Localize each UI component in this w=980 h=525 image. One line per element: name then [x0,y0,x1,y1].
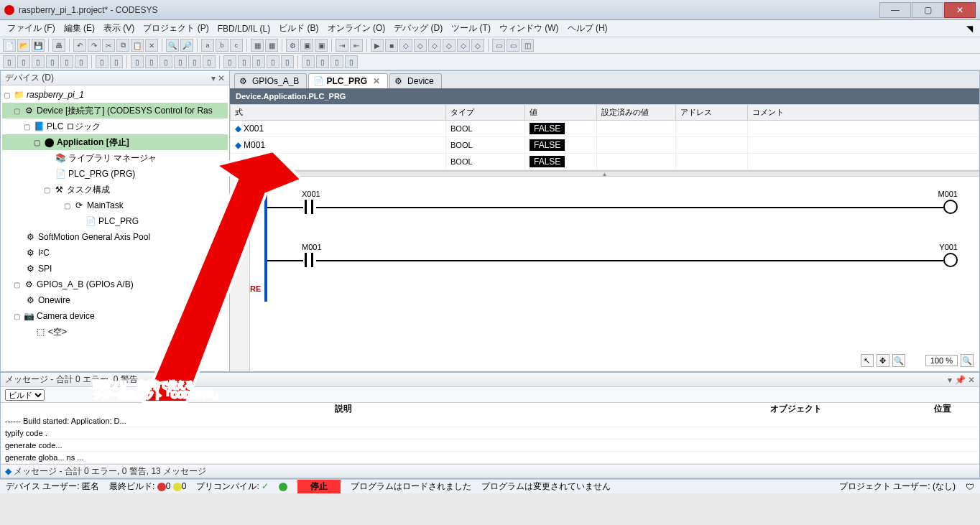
tree-gpios[interactable]: ▢⚙GPIOs_A_B (GPIOs A/B) [2,277,228,292]
var-col-prepared[interactable]: 設定済みの値 [597,105,676,121]
var-col-type[interactable]: タイプ [446,105,525,121]
tb-stop-icon[interactable]: ■ [385,39,398,52]
tb-d4-icon[interactable]: ◇ [443,39,456,52]
var-col-value[interactable]: 値 [525,105,597,121]
tab-gpios[interactable]: ⚙GPIOs_A_B [234,73,307,88]
tb-paste-icon[interactable]: 📋 [131,39,144,52]
tb2-c-icon[interactable]: ▯ [32,55,45,68]
tree-maintask[interactable]: ▢⟳MainTask [2,198,228,213]
tb2-l-icon[interactable]: ▯ [174,55,187,68]
tree-onewire[interactable]: ⚙Onewire [2,292,228,308]
tb-new-icon[interactable]: 📄 [3,39,16,52]
tree-i2c[interactable]: ⚙I²C [2,245,228,261]
tb2-t-icon[interactable]: ▯ [302,55,315,68]
tb2-v-icon[interactable]: ▯ [330,55,343,68]
messages-category[interactable]: ビルド [5,389,45,401]
tb2-r-icon[interactable]: ▯ [267,55,279,68]
tb-undo-icon[interactable]: ↶ [73,39,86,52]
tb-d1-icon[interactable]: ◇ [399,39,412,52]
tb2-a-icon[interactable]: ▯ [3,55,16,68]
var-col-comment[interactable]: コメント [748,105,979,121]
tb2-q-icon[interactable]: ▯ [252,55,265,68]
tb-c-icon[interactable]: c [230,39,243,52]
var-col-address[interactable]: アドレス [676,105,748,121]
tree-application[interactable]: ▢⬤Application [停止] [2,134,228,150]
tb-b-icon[interactable]: b [216,39,228,52]
menu-project[interactable]: プロジェクト (P) [139,21,213,36]
pan-tool-icon[interactable]: ✥ [877,354,889,367]
var-table[interactable]: 式 タイプ 値 設定済みの値 アドレス コメント ◆ X001BOOLFALSE… [230,104,979,171]
zoom-tool-icon[interactable]: 🔍 [892,354,905,367]
menu-build[interactable]: ビルド (B) [274,21,323,36]
menu-debug[interactable]: デバッグ (D) [389,21,447,36]
tb-run-icon[interactable]: ▶ [371,39,384,52]
tb-delete-icon[interactable]: ✕ [145,39,158,52]
tb-redo-icon[interactable]: ↷ [88,39,101,52]
tb-d5-icon[interactable]: ◇ [457,39,470,52]
close-button[interactable]: ✕ [944,2,976,18]
var-row-0[interactable]: ◆ X001BOOLFALSE [231,121,979,137]
tb-d3-icon[interactable]: ◇ [428,39,441,52]
device-tree[interactable]: ▢📁raspberry_pi_1 ▢⚙Device [接続完了] (CODESY… [1,85,229,371]
menu-chevron-icon[interactable]: ◥ [962,22,977,35]
tab-plcprg[interactable]: 📄PLC_PRG✕ [308,73,388,88]
rung2-contact[interactable] [302,253,316,267]
menu-fbd[interactable]: FBD/LD/IL (L) [213,22,275,35]
tb-a-icon[interactable]: a [201,39,214,52]
tb-d2-icon[interactable]: ◇ [414,39,427,52]
tb2-d-icon[interactable]: ▯ [46,55,59,68]
tree-softmotion[interactable]: ⚙SoftMotion General Axis Pool [2,229,228,245]
splitter[interactable]: ▲ [230,171,979,177]
tab-device[interactable]: ⚙Device [389,73,442,88]
rung2-coil[interactable] [943,253,958,267]
tb2-j-icon[interactable]: ▯ [145,55,158,68]
tb-build-icon[interactable]: ▦ [251,39,264,52]
tb-open-icon[interactable]: 📂 [17,39,30,52]
menu-online[interactable]: オンライン (O) [323,21,390,36]
messages-list[interactable]: ------ Build started: Application: D... … [1,415,979,464]
ladder-editor[interactable]: 1 X001 M001 M001 Y001 RE ↖ ✥ 🔍 100 % [230,177,979,371]
tb2-n-icon[interactable]: ▯ [203,55,216,68]
tree-empty[interactable]: ⬚<空> [2,324,228,340]
rung1-coil[interactable] [943,200,958,214]
tb-cut-icon[interactable]: ✂ [102,39,115,52]
tb-g2-icon[interactable]: ▣ [315,39,328,52]
menu-window[interactable]: ウィンドウ (W) [495,21,563,36]
minimize-button[interactable]: — [879,2,911,18]
tb-e1-icon[interactable]: ▭ [492,39,505,52]
tree-device[interactable]: ▢⚙Device [接続完了] (CODESYS Control for Ras [2,103,228,119]
tb-findnext-icon[interactable]: 🔎 [180,39,193,52]
tb-d6-icon[interactable]: ◇ [471,39,484,52]
tb2-o-icon[interactable]: ▯ [223,55,236,68]
tb2-b-icon[interactable]: ▯ [17,55,30,68]
menu-view[interactable]: 表示 (V) [99,21,139,36]
tree-plc-logic[interactable]: ▢📘PLC ロジック [2,119,228,134]
tb2-p-icon[interactable]: ▯ [238,55,251,68]
pointer-tool-icon[interactable]: ↖ [861,354,874,367]
pin-icon[interactable]: ▾ ✕ [211,73,225,83]
tab-close-icon[interactable]: ✕ [373,76,380,86]
tree-library[interactable]: 📚ライブラリ マネージャ [2,150,228,166]
msg-row-2[interactable]: generate code... [1,440,979,452]
zoom-dd-icon[interactable]: 🔍 [961,354,974,367]
tree-spi[interactable]: ⚙SPI [2,261,228,277]
tb-e3-icon[interactable]: ◫ [521,39,534,52]
tb-g1-icon[interactable]: ▣ [300,39,313,52]
tree-plcprg2[interactable]: 📄PLC_PRG [2,213,228,229]
tree-camera[interactable]: ▢📷Camera device [2,308,228,324]
tb2-g-icon[interactable]: ▯ [96,55,108,68]
msg-col-desc[interactable]: 説明 [1,403,685,415]
tree-task-config[interactable]: ▢⚒タスク構成 [2,182,228,198]
maximize-button[interactable]: ▢ [912,2,943,18]
msg-row-3[interactable]: generate globa... ns ... [1,452,979,464]
var-col-expr[interactable]: 式 [231,105,446,121]
tb-logout-icon[interactable]: ⇤ [350,39,363,52]
tb-config-icon[interactable]: ⚙ [286,39,299,52]
tb2-w-icon[interactable]: ▯ [345,55,358,68]
tb-find-icon[interactable]: 🔍 [166,39,179,52]
menu-help[interactable]: ヘルプ (H) [563,21,612,36]
var-row-1[interactable]: ◆ M001BOOLFALSE [231,137,979,154]
var-row-2[interactable]: ◆ Y001BOOLFALSE [231,154,979,170]
tree-root[interactable]: ▢📁raspberry_pi_1 [2,87,228,103]
tb2-h-icon[interactable]: ▯ [110,55,123,68]
